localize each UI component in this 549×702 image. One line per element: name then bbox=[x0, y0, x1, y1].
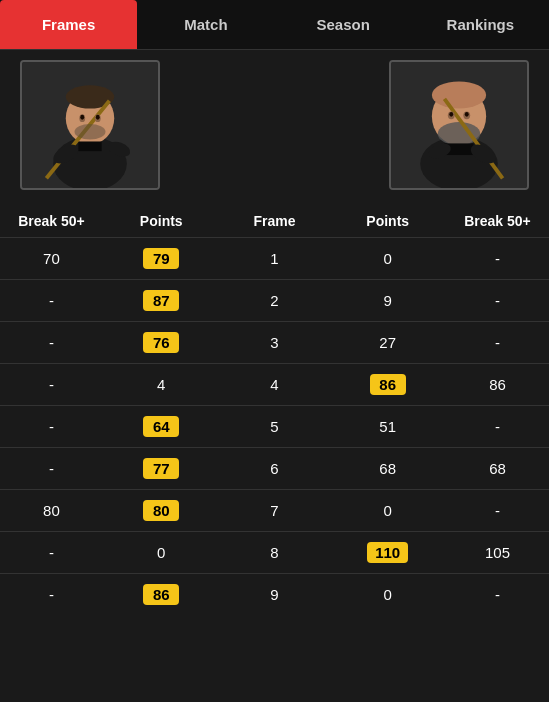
cell-points-left: 4 bbox=[103, 364, 220, 406]
points-left-badge: 79 bbox=[143, 248, 179, 269]
svg-rect-4 bbox=[78, 141, 101, 151]
points-left-badge: 76 bbox=[143, 332, 179, 353]
cell-points-right: 86 bbox=[329, 364, 446, 406]
cell-frame: 5 bbox=[220, 406, 330, 448]
header-break-right: Break 50+ bbox=[446, 205, 549, 238]
cell-points-left: 64 bbox=[103, 406, 220, 448]
tab-match[interactable]: Match bbox=[137, 0, 274, 49]
table-row: -64551- bbox=[0, 406, 549, 448]
points-left-badge: 86 bbox=[143, 584, 179, 605]
header-points-right: Points bbox=[329, 205, 446, 238]
svg-point-12 bbox=[74, 124, 105, 140]
tab-season[interactable]: Season bbox=[275, 0, 412, 49]
cell-break-right: - bbox=[446, 238, 549, 280]
cell-break-left: - bbox=[0, 364, 103, 406]
cell-break-left: - bbox=[0, 406, 103, 448]
cell-points-right: 0 bbox=[329, 574, 446, 616]
cell-points-right: 27 bbox=[329, 322, 446, 364]
cell-points-right: 0 bbox=[329, 490, 446, 532]
points-right-badge: 110 bbox=[367, 542, 408, 563]
cell-frame: 3 bbox=[220, 322, 330, 364]
cell-break-right: 68 bbox=[446, 448, 549, 490]
player-left-avatar bbox=[20, 60, 160, 190]
table-row: -76327- bbox=[0, 322, 549, 364]
cell-break-right: - bbox=[446, 280, 549, 322]
header-points-left: Points bbox=[103, 205, 220, 238]
table-row: -448686 bbox=[0, 364, 549, 406]
table-row: -08110105 bbox=[0, 532, 549, 574]
points-right-badge: 86 bbox=[370, 374, 406, 395]
cell-break-left: 80 bbox=[0, 490, 103, 532]
points-left-badge: 77 bbox=[143, 458, 179, 479]
cell-points-left: 77 bbox=[103, 448, 220, 490]
cell-frame: 1 bbox=[220, 238, 330, 280]
player-right-avatar bbox=[389, 60, 529, 190]
cell-break-right: - bbox=[446, 574, 549, 616]
cell-break-left: - bbox=[0, 448, 103, 490]
cell-points-left: 80 bbox=[103, 490, 220, 532]
cell-points-left: 79 bbox=[103, 238, 220, 280]
table-row: -8690- bbox=[0, 574, 549, 616]
player-left-image bbox=[22, 62, 158, 188]
points-left-badge: 64 bbox=[143, 416, 179, 437]
tab-bar: Frames Match Season Rankings bbox=[0, 0, 549, 50]
table-row: 707910- bbox=[0, 238, 549, 280]
cell-points-right: 110 bbox=[329, 532, 446, 574]
cell-frame: 6 bbox=[220, 448, 330, 490]
cell-points-left: 76 bbox=[103, 322, 220, 364]
table-row: -8729- bbox=[0, 280, 549, 322]
points-left-badge: 87 bbox=[143, 290, 179, 311]
cell-break-right: - bbox=[446, 490, 549, 532]
tab-frames[interactable]: Frames bbox=[0, 0, 137, 49]
cell-frame: 8 bbox=[220, 532, 330, 574]
cell-break-left: 70 bbox=[0, 238, 103, 280]
svg-point-11 bbox=[96, 115, 100, 120]
svg-point-10 bbox=[80, 115, 84, 120]
cell-points-right: 68 bbox=[329, 448, 446, 490]
cell-points-right: 0 bbox=[329, 238, 446, 280]
svg-point-16 bbox=[432, 81, 486, 108]
cell-break-right: - bbox=[446, 406, 549, 448]
cell-break-left: - bbox=[0, 322, 103, 364]
cell-frame: 2 bbox=[220, 280, 330, 322]
cell-points-left: 86 bbox=[103, 574, 220, 616]
table-header-row: Break 50+ Points Frame Points Break 50+ bbox=[0, 205, 549, 238]
cell-break-left: - bbox=[0, 574, 103, 616]
cell-break-right: 105 bbox=[446, 532, 549, 574]
cell-points-left: 0 bbox=[103, 532, 220, 574]
cell-break-right: 86 bbox=[446, 364, 549, 406]
table-row: 808070- bbox=[0, 490, 549, 532]
cell-points-left: 87 bbox=[103, 280, 220, 322]
table-row: -7766868 bbox=[0, 448, 549, 490]
cell-points-right: 51 bbox=[329, 406, 446, 448]
cell-frame: 4 bbox=[220, 364, 330, 406]
cell-frame: 7 bbox=[220, 490, 330, 532]
svg-point-24 bbox=[449, 112, 453, 117]
cell-break-right: - bbox=[446, 322, 549, 364]
tab-rankings[interactable]: Rankings bbox=[412, 0, 549, 49]
cell-points-right: 9 bbox=[329, 280, 446, 322]
svg-point-25 bbox=[465, 112, 469, 117]
header-break-left: Break 50+ bbox=[0, 205, 103, 238]
header-frame: Frame bbox=[220, 205, 330, 238]
stats-table: Break 50+ Points Frame Points Break 50+ … bbox=[0, 205, 549, 615]
players-row bbox=[0, 50, 549, 190]
cell-break-left: - bbox=[0, 532, 103, 574]
player-right-image bbox=[391, 62, 527, 188]
cell-frame: 9 bbox=[220, 574, 330, 616]
cell-break-left: - bbox=[0, 280, 103, 322]
points-left-badge: 80 bbox=[143, 500, 179, 521]
